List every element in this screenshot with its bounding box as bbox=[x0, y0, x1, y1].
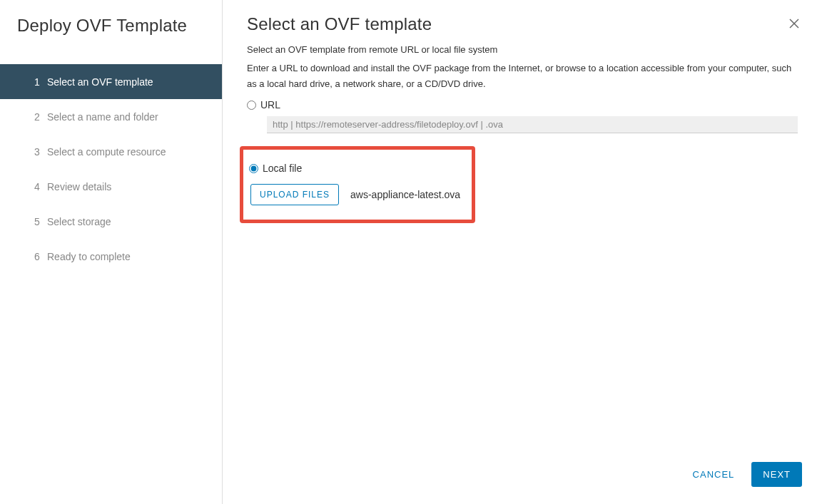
step-label: Select storage bbox=[47, 216, 111, 227]
page-title: Select an OVF template bbox=[247, 14, 432, 34]
wizard-footer: CANCEL NEXT bbox=[223, 451, 822, 504]
step-label: Ready to complete bbox=[47, 251, 131, 262]
wizard-dialog: Deploy OVF Template 1 Select an OVF temp… bbox=[0, 0, 822, 504]
highlight-box: Local file UPLOAD FILES aws-appliance-la… bbox=[240, 146, 475, 223]
instruction-primary: Select an OVF template from remote URL o… bbox=[247, 44, 798, 55]
wizard-steps: 1 Select an OVF template 2 Select a name… bbox=[0, 64, 222, 274]
step-select-compute-resource[interactable]: 3 Select a compute resource bbox=[0, 134, 222, 169]
step-number: 4 bbox=[34, 181, 47, 192]
step-number: 6 bbox=[34, 251, 47, 262]
topbar: Select an OVF template bbox=[223, 0, 822, 41]
step-label: Select an OVF template bbox=[47, 76, 153, 88]
url-input[interactable] bbox=[267, 116, 798, 133]
next-button[interactable]: NEXT bbox=[751, 462, 802, 487]
step-label: Review details bbox=[47, 181, 111, 192]
radio-url[interactable] bbox=[247, 101, 256, 110]
radio-localfile-label: Local file bbox=[263, 163, 302, 174]
wizard-sidebar: Deploy OVF Template 1 Select an OVF temp… bbox=[0, 0, 223, 504]
radio-localfile-row[interactable]: Local file bbox=[249, 163, 466, 174]
content-area: Select an OVF template from remote URL o… bbox=[223, 41, 822, 451]
close-icon[interactable] bbox=[786, 15, 802, 34]
radio-localfile[interactable] bbox=[249, 164, 258, 173]
step-label: Select a name and folder bbox=[47, 111, 158, 123]
step-review-details[interactable]: 4 Review details bbox=[0, 169, 222, 204]
cancel-button[interactable]: CANCEL bbox=[690, 463, 738, 485]
instruction-secondary: Enter a URL to download and install the … bbox=[247, 61, 798, 92]
radio-url-label: URL bbox=[260, 99, 280, 110]
step-ready-complete[interactable]: 6 Ready to complete bbox=[0, 239, 222, 274]
step-number: 1 bbox=[34, 76, 47, 88]
uploaded-filename: aws-appliance-latest.ova bbox=[350, 189, 460, 200]
step-select-storage[interactable]: 5 Select storage bbox=[0, 204, 222, 239]
wizard-main: Select an OVF template Select an OVF tem… bbox=[223, 0, 822, 504]
wizard-title: Deploy OVF Template bbox=[0, 16, 222, 36]
step-label: Select a compute resource bbox=[47, 146, 166, 158]
step-select-ovf-template[interactable]: 1 Select an OVF template bbox=[0, 64, 222, 99]
radio-url-row[interactable]: URL bbox=[247, 99, 798, 110]
upload-files-button[interactable]: UPLOAD FILES bbox=[250, 184, 339, 205]
step-number: 2 bbox=[34, 111, 47, 123]
upload-row: UPLOAD FILES aws-appliance-latest.ova bbox=[250, 184, 466, 205]
step-number: 3 bbox=[34, 146, 47, 158]
step-select-name-folder[interactable]: 2 Select a name and folder bbox=[0, 99, 222, 134]
step-number: 5 bbox=[34, 216, 47, 227]
